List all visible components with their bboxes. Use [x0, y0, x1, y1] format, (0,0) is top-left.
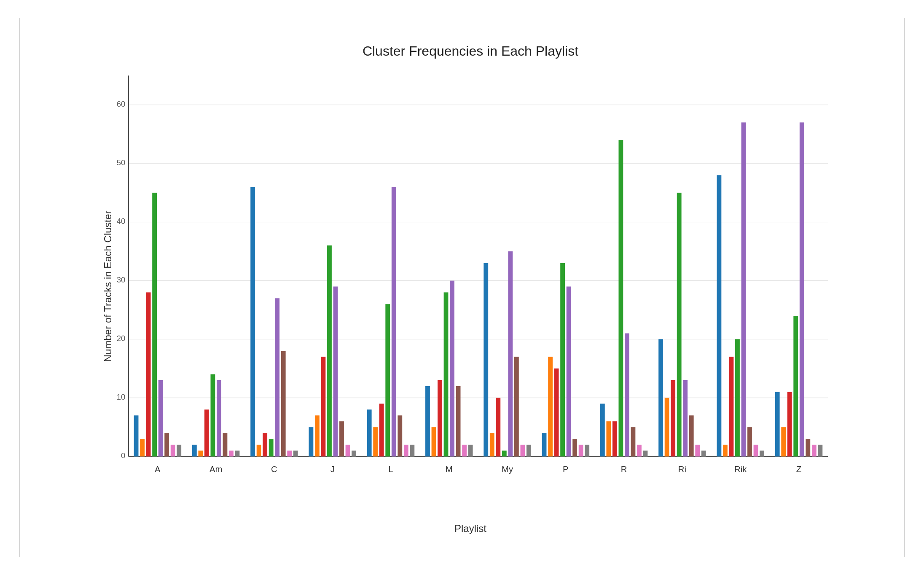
svg-rect-88	[600, 404, 605, 457]
svg-text:M: M	[446, 465, 453, 474]
svg-rect-45	[321, 357, 326, 456]
svg-text:Am: Am	[210, 465, 222, 474]
svg-rect-66	[456, 386, 461, 457]
svg-rect-27	[204, 409, 209, 456]
svg-text:40: 40	[117, 217, 126, 226]
svg-rect-81	[554, 368, 559, 456]
svg-text:50: 50	[117, 158, 126, 167]
svg-rect-116	[781, 427, 786, 456]
svg-rect-102	[689, 415, 694, 456]
svg-rect-103	[695, 445, 700, 457]
svg-rect-30	[223, 433, 228, 457]
svg-text:10: 10	[117, 392, 126, 401]
svg-text:60: 60	[117, 99, 126, 108]
svg-text:My: My	[502, 465, 513, 474]
svg-rect-20	[158, 380, 163, 457]
svg-rect-19	[152, 193, 157, 456]
svg-rect-39	[281, 351, 286, 456]
svg-rect-64	[444, 293, 449, 457]
svg-rect-91	[618, 140, 623, 457]
svg-rect-46	[327, 245, 332, 456]
svg-rect-41	[293, 451, 298, 457]
svg-text:Ri: Ri	[678, 465, 686, 474]
svg-rect-73	[502, 451, 507, 457]
svg-rect-77	[526, 445, 531, 457]
svg-rect-109	[735, 339, 740, 457]
svg-rect-117	[787, 392, 792, 457]
svg-rect-90	[612, 421, 617, 456]
svg-rect-32	[235, 451, 240, 457]
svg-rect-89	[606, 421, 611, 456]
svg-rect-115	[775, 392, 780, 457]
svg-text:L: L	[388, 465, 393, 474]
svg-rect-21	[164, 433, 169, 457]
svg-rect-55	[385, 304, 390, 456]
svg-rect-25	[192, 445, 197, 457]
svg-rect-18	[146, 293, 151, 457]
chart-area: Number of Tracks in Each Cluster 0102030…	[70, 72, 870, 501]
svg-rect-119	[800, 122, 804, 456]
svg-rect-16	[134, 415, 139, 456]
svg-rect-59	[410, 445, 414, 457]
svg-rect-36	[263, 433, 267, 457]
svg-rect-98	[665, 398, 669, 457]
svg-rect-43	[309, 427, 313, 456]
chart-title: Cluster Frequencies in Each Playlist	[70, 43, 870, 59]
svg-rect-72	[496, 398, 500, 457]
svg-rect-121	[812, 445, 817, 457]
svg-rect-85	[579, 445, 583, 457]
svg-rect-80	[548, 357, 553, 456]
svg-rect-50	[352, 451, 356, 457]
svg-rect-67	[462, 445, 467, 457]
svg-rect-22	[171, 445, 175, 457]
svg-rect-113	[760, 451, 764, 457]
chart-svg: 0102030405060AAmCJLMMyPRRiRikZ	[70, 72, 870, 480]
svg-rect-79	[542, 433, 547, 457]
svg-text:J: J	[330, 465, 335, 474]
svg-rect-99	[671, 380, 675, 457]
svg-rect-44	[315, 415, 320, 456]
svg-rect-75	[514, 357, 519, 456]
svg-rect-31	[229, 451, 234, 457]
svg-rect-57	[398, 415, 402, 456]
svg-text:A: A	[155, 465, 161, 474]
svg-text:20: 20	[117, 334, 126, 343]
svg-rect-71	[490, 433, 494, 457]
svg-rect-122	[818, 445, 822, 457]
svg-rect-76	[520, 445, 525, 457]
svg-rect-56	[392, 187, 396, 456]
svg-rect-65	[450, 281, 454, 457]
svg-rect-74	[508, 251, 513, 456]
svg-rect-82	[560, 263, 565, 457]
svg-rect-120	[806, 439, 810, 457]
svg-rect-61	[425, 386, 430, 457]
plot-area: 0102030405060AAmCJLMMyPRRiRikZ	[70, 72, 870, 480]
svg-rect-106	[717, 175, 721, 457]
svg-rect-93	[631, 427, 636, 456]
svg-rect-84	[572, 439, 577, 457]
svg-text:0: 0	[121, 451, 125, 460]
svg-rect-97	[658, 339, 663, 457]
svg-rect-94	[637, 445, 642, 457]
svg-rect-107	[723, 445, 728, 457]
svg-rect-118	[793, 316, 798, 457]
svg-rect-40	[287, 451, 292, 457]
svg-rect-108	[729, 357, 734, 456]
svg-rect-62	[432, 427, 436, 456]
svg-rect-38	[275, 298, 279, 456]
svg-rect-28	[210, 374, 215, 457]
svg-rect-92	[625, 333, 629, 457]
svg-text:C: C	[271, 465, 277, 474]
svg-rect-68	[468, 445, 473, 457]
svg-rect-47	[333, 287, 338, 457]
svg-rect-34	[250, 187, 255, 456]
svg-rect-110	[741, 122, 746, 456]
svg-rect-111	[747, 427, 752, 456]
svg-rect-63	[438, 380, 442, 457]
svg-rect-35	[257, 445, 261, 457]
svg-rect-112	[754, 445, 758, 457]
svg-rect-100	[677, 193, 682, 456]
svg-rect-48	[339, 421, 344, 456]
svg-text:Z: Z	[796, 465, 801, 474]
svg-rect-104	[701, 451, 706, 457]
